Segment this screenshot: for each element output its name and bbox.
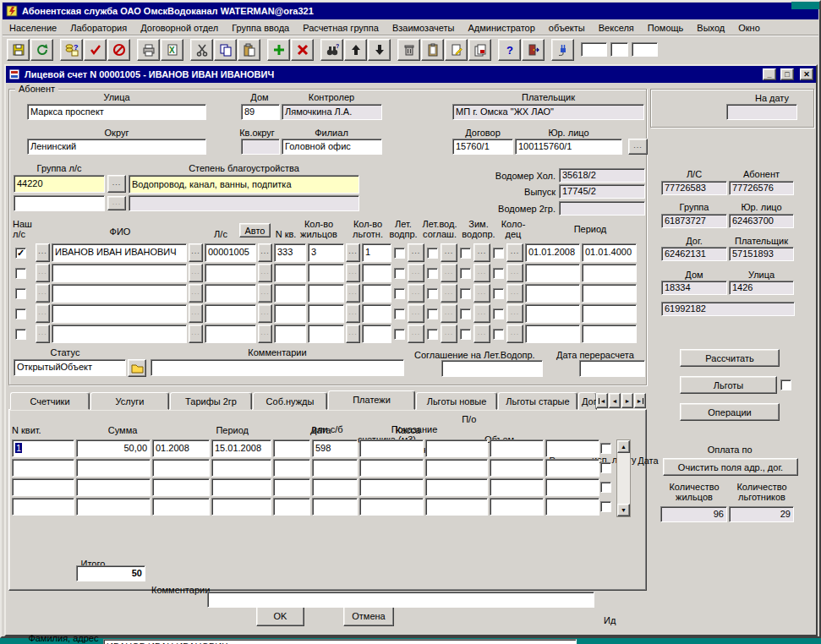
payment-po-cell[interactable]: 598 xyxy=(312,439,358,457)
outlet-field[interactable]: 17745/2 xyxy=(559,184,645,199)
well-checkbox[interactable] xyxy=(493,288,504,299)
jur-field[interactable]: 100115760/1 xyxy=(515,139,622,155)
tenant-nkv-field[interactable] xyxy=(274,325,306,343)
payment-reestr-cell[interactable] xyxy=(490,459,544,477)
summer-water-lookup-button[interactable]: ... xyxy=(408,264,424,282)
winter-water-checkbox[interactable] xyxy=(460,248,471,259)
tenant-lookup-button[interactable]: ... xyxy=(36,243,50,262)
on-date-field[interactable] xyxy=(726,104,797,120)
save-button[interactable] xyxy=(7,39,30,61)
name-address-field[interactable]: ИВАНОВ ИВАН ИВАНОВИЧ xyxy=(103,639,577,644)
tenant-nkv-field[interactable] xyxy=(274,264,306,282)
tenant-fio-field[interactable]: ИВАНОВ ИВАН ИВАНОВИЧ xyxy=(52,243,187,262)
our-ls-checkbox[interactable] xyxy=(15,329,26,340)
payment-summa-cell[interactable]: 50,00 xyxy=(76,439,151,457)
well-checkbox[interactable] xyxy=(493,248,504,259)
tenant-ls-field[interactable] xyxy=(205,264,256,282)
period-to-field[interactable] xyxy=(582,304,637,323)
summer-agree-checkbox[interactable] xyxy=(427,248,438,259)
payment-po-cell[interactable] xyxy=(312,478,358,496)
our-ls-checkbox[interactable] xyxy=(15,308,26,319)
jur-lookup-button[interactable]: ... xyxy=(628,139,648,155)
auto-button[interactable]: Авто xyxy=(239,223,271,237)
summer-water-checkbox[interactable] xyxy=(394,308,405,319)
tenant-fio-field[interactable] xyxy=(52,304,187,323)
summer-agree-checkbox[interactable] xyxy=(427,308,438,319)
group-ls-lookup-button-2[interactable]: ... xyxy=(107,196,126,210)
payment-date2-cell[interactable] xyxy=(545,498,599,516)
winter-water-checkbox[interactable] xyxy=(460,288,471,299)
writ-checkbox[interactable] xyxy=(600,443,611,454)
print-group-button[interactable] xyxy=(468,39,491,61)
tenant-beneficiaries-field[interactable] xyxy=(362,304,391,323)
summer-agree-lookup-button[interactable]: ... xyxy=(441,284,457,303)
summer-agree-checkbox[interactable] xyxy=(427,288,438,299)
well-lookup-button[interactable]: ... xyxy=(506,243,523,262)
payment-kassa-cell[interactable] xyxy=(273,498,310,516)
writ-checkbox[interactable] xyxy=(600,501,611,512)
payment-summa-cell[interactable] xyxy=(76,478,151,496)
summer-agree-lookup-button[interactable]: ... xyxy=(441,325,457,343)
occupants-lookup-button[interactable]: ... xyxy=(346,243,360,262)
commit-button[interactable] xyxy=(84,39,107,61)
our-ls-checkbox[interactable] xyxy=(15,288,26,299)
status-open-button[interactable] xyxy=(128,359,146,377)
paste-button[interactable] xyxy=(238,39,260,61)
summer-water-lookup-button[interactable]: ... xyxy=(408,325,424,343)
add-record-button[interactable] xyxy=(267,39,290,61)
winter-water-lookup-button[interactable]: ... xyxy=(473,325,490,343)
fio-lookup-button[interactable]: ... xyxy=(189,243,203,262)
scroll-down-button[interactable]: ▼ xyxy=(617,504,630,516)
tab-schetchiki[interactable]: Счетчики xyxy=(10,392,90,410)
tab-nav-last-button[interactable]: ► xyxy=(634,393,646,408)
payment-kassa-cell[interactable] xyxy=(273,478,310,496)
well-checkbox[interactable] xyxy=(493,308,504,319)
menu-raschetnaya-gruppa[interactable]: Расчетная группа xyxy=(296,21,386,35)
tenant-lookup-button[interactable]: ... xyxy=(36,304,50,323)
summer-water-lookup-button[interactable]: ... xyxy=(408,304,424,323)
payment-date-cell[interactable] xyxy=(211,459,271,477)
tenant-lookup-button[interactable]: ... xyxy=(36,264,50,282)
payment-period-cell[interactable] xyxy=(152,498,210,516)
tab-sob-nuzhdy[interactable]: Соб.нужды xyxy=(253,392,327,410)
payment-meter-cell[interactable] xyxy=(359,459,424,477)
tenant-ls-field[interactable] xyxy=(205,284,256,303)
summer-water-checkbox[interactable] xyxy=(394,248,405,259)
kv-district-field[interactable] xyxy=(241,139,280,155)
menu-naselenie[interactable]: Население xyxy=(3,21,63,35)
ls-lookup-button[interactable]: ... xyxy=(258,243,272,262)
tab-tarify-2gr[interactable]: Тарифы 2гр xyxy=(170,392,252,410)
tenant-ls-field[interactable] xyxy=(205,304,256,323)
fio-lookup-button[interactable]: ... xyxy=(189,325,203,343)
delete-record-button[interactable] xyxy=(291,39,314,61)
writ-checkbox[interactable] xyxy=(600,482,611,493)
scroll-up-button[interactable]: ▲ xyxy=(617,440,630,453)
summer-agree-lookup-button[interactable]: ... xyxy=(441,243,457,262)
summer-water-checkbox[interactable] xyxy=(394,288,405,299)
copy-button[interactable] xyxy=(214,39,237,61)
period-to-field[interactable] xyxy=(582,325,637,343)
payment-date-cell[interactable] xyxy=(211,478,271,496)
tenant-occupants-field[interactable]: 3 xyxy=(308,243,344,262)
summer-water-checkbox[interactable] xyxy=(394,329,405,340)
summer-agree-lookup-button[interactable]: ... xyxy=(441,264,457,282)
amenity-field-2[interactable] xyxy=(129,195,359,211)
payer-field[interactable]: МП г. Омска "ЖХ ЛАО" xyxy=(452,104,644,120)
tenant-fio-field[interactable] xyxy=(52,264,187,282)
rollback-button[interactable] xyxy=(107,39,130,61)
print-button[interactable] xyxy=(137,39,160,61)
meter-2gr-field[interactable] xyxy=(559,201,645,216)
well-lookup-button[interactable]: ... xyxy=(506,304,523,323)
payment-date2-cell[interactable] xyxy=(545,478,599,496)
branch-field[interactable]: Головной офис xyxy=(282,139,382,155)
operations-button[interactable]: Операции xyxy=(680,403,780,421)
trash-button[interactable] xyxy=(397,39,420,61)
ls-lookup-button[interactable]: ... xyxy=(258,264,272,282)
benefits-button[interactable]: Льготы xyxy=(680,376,777,394)
menu-vykhod[interactable]: Выход xyxy=(690,21,731,35)
exit-button[interactable] xyxy=(522,39,545,61)
summer-agreement-field[interactable] xyxy=(441,360,543,377)
summer-water-lookup-button[interactable]: ... xyxy=(408,284,424,303)
tenant-occupants-field[interactable] xyxy=(308,264,344,282)
payment-volume-cell[interactable] xyxy=(425,439,488,457)
